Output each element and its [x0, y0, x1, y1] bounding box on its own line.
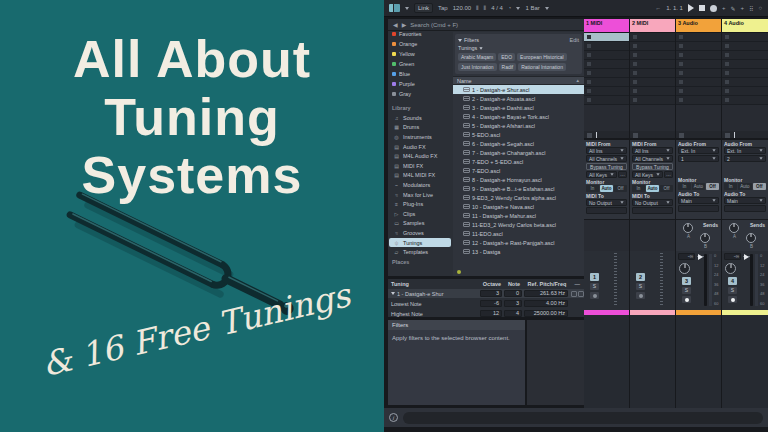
clip-slot[interactable]: [722, 60, 768, 69]
peak-level-field[interactable]: -∞: [724, 253, 741, 260]
volume-fader-handle[interactable]: [698, 254, 703, 260]
play-button[interactable]: [688, 4, 694, 12]
send-b-knob[interactable]: [700, 233, 710, 243]
highest-octave-value[interactable]: 12: [480, 310, 502, 317]
back-arrow-icon[interactable]: ◀: [393, 21, 398, 28]
clip-slot[interactable]: [630, 33, 675, 42]
clip-slot[interactable]: [630, 96, 675, 105]
file-row[interactable]: 9 - Dastgah-e B...t-e Esfahan.ascl: [453, 184, 584, 193]
solo-button[interactable]: S: [590, 283, 599, 290]
input-channel-dropdown[interactable]: 1: [678, 155, 719, 162]
input-type-dropdown[interactable]: All Ins: [632, 147, 673, 154]
track-activator-button[interactable]: 4: [728, 277, 737, 285]
output-sub-field[interactable]: [678, 205, 719, 212]
arrangement-position-field[interactable]: 1. 1. 1: [666, 5, 683, 11]
clip-slot[interactable]: [584, 87, 629, 96]
volume-fader-track[interactable]: [704, 254, 707, 306]
metronome-menu-chevron-icon[interactable]: [516, 7, 520, 10]
clip-slot[interactable]: [676, 51, 721, 60]
monitor-off-button[interactable]: Off: [753, 183, 766, 190]
filter-chip[interactable]: EDO: [498, 53, 515, 61]
overdub-icon[interactable]: +: [722, 5, 726, 11]
monitor-off-button[interactable]: Off: [614, 185, 627, 192]
monitor-switch[interactable]: In Auto Off: [632, 185, 673, 192]
color-label-item[interactable]: Orange: [388, 39, 452, 49]
filters-disclosure-icon[interactable]: [458, 39, 462, 42]
input-type-dropdown[interactable]: All Ins: [586, 147, 627, 154]
clip-slot[interactable]: [584, 96, 629, 105]
monitor-off-button[interactable]: Off: [660, 185, 673, 192]
stop-all-clips-icon[interactable]: [633, 133, 638, 138]
tempo-field[interactable]: 120.00: [453, 5, 471, 11]
clip-slot[interactable]: [676, 60, 721, 69]
output-dropdown[interactable]: Main: [724, 197, 766, 204]
track-header[interactable]: 4 Audio: [722, 19, 768, 32]
time-signature-field[interactable]: 4 / 4: [491, 5, 503, 11]
file-row[interactable]: 7-EDO + 5-EDO.ascl: [453, 157, 584, 166]
file-row[interactable]: 5 - Dastgah-e Afshari.ascl: [453, 121, 584, 130]
monitor-auto-button[interactable]: Auto: [646, 185, 659, 192]
follow-icon[interactable]: ←: [655, 5, 661, 11]
send-a-knob[interactable]: [729, 223, 739, 233]
quantize-chevron-icon[interactable]: [545, 7, 549, 10]
file-row[interactable]: 3 - Dastgah-e Dashti.ascl: [453, 103, 584, 112]
file-row[interactable]: 7-EDO.ascl: [453, 166, 584, 175]
arm-button[interactable]: [682, 296, 691, 303]
sort-ascending-icon[interactable]: ▲: [576, 78, 580, 83]
bypass-tuning-button[interactable]: Bypass Tuning: [632, 163, 673, 170]
automation-arm-icon[interactable]: ✎: [730, 5, 735, 12]
stop-all-clips-icon[interactable]: [587, 133, 592, 138]
solo-button[interactable]: S: [636, 283, 645, 290]
input-type-dropdown[interactable]: Ext. In: [724, 147, 766, 154]
monitor-in-button[interactable]: In: [586, 185, 599, 192]
monitor-auto-button[interactable]: Auto: [692, 183, 705, 190]
color-label-item[interactable]: Favorites: [388, 32, 452, 39]
file-row[interactable]: 9-ED3_2 Wendy Carlos alpha.ascl: [453, 193, 584, 202]
clip-slot[interactable]: [630, 78, 675, 87]
clip-slot[interactable]: [676, 96, 721, 105]
track-stop-row[interactable]: [722, 131, 768, 139]
octave-value[interactable]: 3: [480, 290, 502, 297]
output-sub-field[interactable]: [586, 207, 627, 214]
edit-filters-button[interactable]: Edit: [570, 37, 579, 43]
note-value[interactable]: 0: [504, 290, 522, 297]
clip-slot[interactable]: [584, 42, 629, 51]
clip-slot[interactable]: [630, 42, 675, 51]
filter-chip[interactable]: European Historical: [517, 53, 567, 61]
sidebar-item[interactable]: ▷ Clips: [389, 209, 451, 219]
live-set-icon[interactable]: [389, 4, 400, 12]
clip-slot[interactable]: [630, 51, 675, 60]
capture-midi-icon[interactable]: +: [740, 5, 744, 11]
input-type-dropdown[interactable]: Ext. In: [678, 147, 719, 154]
clip-slot[interactable]: [676, 87, 721, 96]
clip-slot[interactable]: [676, 78, 721, 87]
nudge-up-icon[interactable]: ⫴: [484, 5, 487, 12]
lowest-note-value[interactable]: 3: [504, 300, 522, 307]
file-row[interactable]: 13 - Dastga: [453, 247, 584, 256]
clip-slot[interactable]: [676, 33, 721, 42]
session-record-icon[interactable]: ○: [758, 5, 762, 11]
file-row[interactable]: 10 - Dastgah-e Nava.ascl: [453, 202, 584, 211]
solo-button[interactable]: S: [682, 287, 691, 294]
file-row[interactable]: 2 - Dastgah-e Abuata.ascl: [453, 94, 584, 103]
lowest-freq-value[interactable]: 4.00 Hz: [524, 300, 568, 307]
pan-knob[interactable]: [725, 263, 736, 274]
file-row[interactable]: 5-EDO.ascl: [453, 130, 584, 139]
chevron-down-icon[interactable]: [405, 7, 409, 10]
clip-slot[interactable]: [630, 87, 675, 96]
keys-more-button[interactable]: …: [618, 171, 627, 178]
sidebar-item[interactable]: ≈ Max for Live: [389, 190, 451, 200]
clip-slot[interactable]: [722, 51, 768, 60]
arm-button[interactable]: [728, 296, 737, 303]
sidebar-item[interactable]: ♫ Sounds: [389, 113, 451, 123]
monitor-switch[interactable]: In Auto Off: [586, 185, 627, 192]
auto-preview-indicator[interactable]: [457, 270, 461, 274]
stop-all-clips-icon[interactable]: [725, 133, 730, 138]
clip-slot[interactable]: [584, 78, 629, 87]
stop-all-clips-icon[interactable]: [679, 133, 684, 138]
bypass-tuning-button[interactable]: Bypass Tuning: [586, 163, 627, 170]
sidebar-item[interactable]: ≡ Plug-Ins: [389, 199, 451, 209]
sidebar-item[interactable]: ◎ Instruments: [389, 132, 451, 142]
clip-slot[interactable]: [630, 69, 675, 78]
sidebar-item[interactable]: ≈ Grooves: [389, 228, 451, 238]
